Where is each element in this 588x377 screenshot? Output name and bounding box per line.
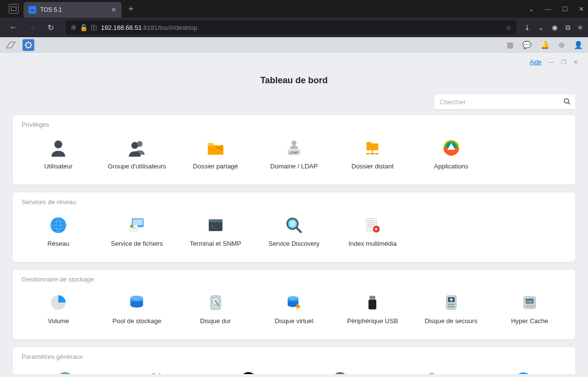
tab-title: TOS 5.1 — [40, 6, 107, 13]
search-icon[interactable] — [564, 98, 570, 106]
item-terminal-snmp[interactable]: >_ Terminal et SNMP — [179, 212, 252, 251]
search-box[interactable] — [435, 94, 575, 109]
item-volume[interactable]: Volume — [22, 290, 95, 329]
item-storage-pool[interactable]: Pool de stockage — [100, 290, 173, 329]
item-hard-disk[interactable]: Disque dur — [179, 290, 252, 329]
item-virtual-disk[interactable]: Disque virtuel — [257, 290, 331, 329]
item-group[interactable]: Groupe d'utilisateurs — [100, 135, 173, 174]
desktop-area: Aide — ❐ ✕ Tableau de bord Privilèges Ut… — [0, 53, 588, 377]
item-spare-disk[interactable]: Disque de secours — [414, 290, 488, 329]
dashboard-widget-icon[interactable]: ▦ — [507, 41, 514, 49]
item-applications[interactable]: Applications — [414, 135, 488, 174]
back-button[interactable]: ← — [6, 20, 21, 35]
item-network[interactable]: Réseau — [22, 212, 95, 251]
item-usb-device[interactable]: Périphérique USB — [336, 290, 409, 329]
svg-rect-28 — [209, 219, 222, 222]
item-notification[interactable]: Notification — [296, 367, 383, 374]
shield-icon[interactable]: ⛨ — [71, 24, 77, 31]
ssd-icon: SSD — [519, 293, 540, 312]
forward-button[interactable]: → — [24, 20, 39, 35]
item-domain-ldap[interactable]: LDAP Domaine / LDAP — [257, 135, 331, 174]
svg-rect-2 — [31, 9, 34, 11]
section-network-services: Services de réseau Réseau Service de fic… — [13, 192, 575, 262]
chevron-down-icon[interactable]: ⌄ — [529, 5, 534, 13]
item-system[interactable]: Système — [480, 367, 566, 374]
app-toolbar: ▦ 💬 🔔 ⊕ 👤 — [0, 37, 588, 53]
item-scheduled-tasks[interactable]: Tâches planifiées — [205, 367, 292, 374]
svg-rect-43 — [369, 296, 375, 300]
list-circle-icon — [238, 370, 259, 374]
folder-network-icon — [362, 138, 383, 158]
svg-point-31 — [289, 220, 296, 227]
menu-icon[interactable]: ≡ — [578, 24, 582, 31]
svg-point-12 — [292, 141, 296, 145]
item-hyper-cache[interactable]: SSD Hyper Cache — [493, 290, 566, 329]
spare-disk-icon — [441, 293, 462, 312]
user-icon[interactable]: 👤 — [574, 41, 583, 49]
key-icon[interactable]: ⚿ — [91, 24, 97, 31]
item-file-service[interactable]: Service de fichiers — [100, 212, 173, 251]
magnifier-icon — [283, 215, 305, 235]
svg-point-65 — [516, 373, 530, 374]
svg-rect-50 — [448, 306, 455, 307]
item-security[interactable]: Sécurité — [388, 367, 475, 374]
item-remote-folder[interactable]: Dossier distant — [336, 135, 409, 174]
svg-line-32 — [296, 228, 301, 232]
close-button[interactable]: ✕ — [579, 5, 584, 13]
svg-point-26 — [130, 225, 133, 228]
download-icon[interactable]: ⤓ — [524, 24, 530, 31]
pocket-icon[interactable]: ⌄ — [538, 24, 544, 31]
folder-share-icon — [205, 138, 226, 158]
url-text: 192.168.68.51:8181/tos/#/desktop — [101, 24, 197, 31]
item-region-language[interactable]: Région et Langue — [22, 367, 108, 374]
section-title: Paramètres généraux — [22, 353, 566, 360]
page-title: Tableau de bord — [3, 75, 585, 86]
file-service-icon — [126, 215, 147, 235]
reload-button[interactable]: ↻ — [43, 20, 58, 35]
svg-rect-46 — [368, 300, 376, 309]
browser-tab[interactable]: TOS 5.1 ✕ — [24, 2, 122, 18]
chat-icon[interactable]: 💬 — [522, 41, 532, 49]
virtual-disk-icon — [283, 293, 305, 312]
svg-point-58 — [333, 372, 347, 374]
tab-favicon — [28, 6, 36, 14]
svg-text:>_: >_ — [211, 224, 216, 228]
help-link[interactable]: Aide — [530, 59, 541, 66]
item-service-discovery[interactable]: Service Discovery — [257, 212, 331, 251]
section-title: Services de réseau — [22, 198, 566, 206]
window-maximize-icon[interactable]: ❐ — [561, 59, 566, 66]
window-minimize-icon[interactable]: — — [548, 59, 554, 66]
globe-green-icon — [54, 370, 76, 374]
item-shared-folder[interactable]: Dossier partagé — [179, 135, 252, 174]
window-close-icon[interactable]: ✕ — [573, 59, 578, 66]
account-icon[interactable]: ◉ — [552, 24, 558, 31]
user-solid-icon — [48, 138, 69, 158]
item-user[interactable]: Utilisateur — [22, 135, 95, 174]
minimize-button[interactable]: — — [545, 5, 551, 13]
new-tab-button[interactable]: + — [128, 4, 134, 14]
star-icon[interactable]: ☆ — [506, 24, 512, 31]
extensions-icon[interactable]: ⧉ — [565, 24, 570, 32]
terminal-icon: >_ — [205, 215, 226, 235]
media-index-icon — [362, 215, 383, 235]
lock-broken-icon[interactable]: 🔓 — [80, 24, 88, 31]
item-media-index[interactable]: Index multimédia — [336, 212, 409, 251]
section-storage-manager: Gestionnaire de stockage Volume Pool de … — [13, 270, 575, 339]
svg-line-5 — [568, 102, 570, 104]
workspace-icon[interactable] — [9, 4, 19, 14]
globe-icon[interactable]: ⊕ — [559, 41, 565, 49]
maximize-button[interactable]: ☐ — [562, 5, 568, 13]
bell-icon[interactable]: 🔔 — [540, 41, 550, 49]
browser-toolbar: ← → ↻ ⛨ 🔓 ⚿ 192.168.68.51:8181/tos/#/des… — [0, 18, 588, 37]
url-bar[interactable]: ⛨ 🔓 ⚿ 192.168.68.51:8181/tos/#/desktop ☆ — [66, 20, 516, 35]
svg-point-57 — [241, 372, 256, 374]
search-input[interactable] — [440, 98, 564, 106]
browser-titlebar: TOS 5.1 ✕ + ⌄ — ☐ ✕ — [0, 0, 588, 18]
svg-rect-0 — [11, 7, 16, 11]
item-hardware-power[interactable]: Matériel informatique et Alimentation — [113, 367, 200, 374]
usb-icon — [362, 293, 383, 312]
svg-point-4 — [564, 98, 569, 103]
desktop-switch-icon[interactable] — [5, 39, 17, 51]
control-panel-icon[interactable] — [23, 39, 34, 51]
tab-close-icon[interactable]: ✕ — [111, 6, 117, 14]
